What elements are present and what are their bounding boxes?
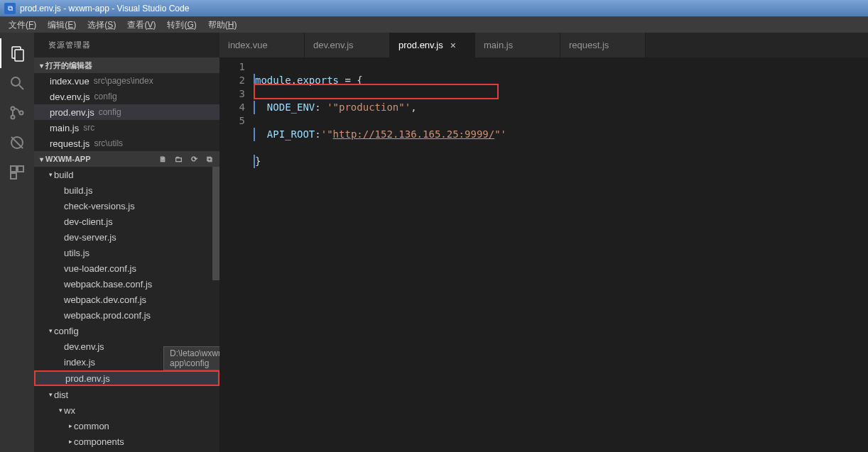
open-editors-header[interactable]: ▾ 打开的编辑器 (34, 57, 219, 73)
menu-s[interactable]: 选择(S) (82, 18, 121, 33)
menu-v[interactable]: 查看(V) (121, 18, 161, 33)
chevron-icon: ▾ (47, 391, 54, 398)
code-url[interactable]: http://152.136.165.25:9999/ (333, 128, 495, 140)
code-content[interactable]: module.exports = { NODE_ENV: '"productio… (255, 57, 868, 452)
code-token: = { (339, 75, 363, 86)
open-editor-item[interactable]: index.vuesrc\pages\index (34, 73, 219, 89)
tree-folder[interactable]: ▾build (34, 167, 219, 182)
code-token: NODE_ENV (255, 101, 315, 113)
tree-folder[interactable]: ▾config (34, 323, 219, 338)
tree-folder[interactable]: ▸pages (34, 449, 219, 452)
tree-file[interactable]: dev-client.js (34, 214, 219, 229)
explorer-icon[interactable] (0, 38, 34, 68)
editor-area: index.vuedev.env.jsprod.env.js×main.jsre… (219, 33, 868, 452)
menu-e[interactable]: 编辑(E) (42, 18, 82, 33)
editor-tab[interactable]: index.vue (219, 33, 305, 57)
code-token: . (291, 75, 297, 86)
sidebar-title: 资源管理器 (34, 33, 219, 57)
tree-file[interactable]: build.js (34, 182, 219, 198)
tree-file[interactable]: webpack.dev.conf.js (34, 292, 219, 307)
svg-line-3 (19, 85, 23, 89)
file-tree: ▾buildbuild.jscheck-versions.jsdev-clien… (34, 167, 219, 452)
debug-icon[interactable] (0, 128, 34, 158)
project-name: WXWM-APP (45, 155, 91, 163)
chevron-icon: ▾ (47, 171, 54, 178)
open-editor-item[interactable]: main.jssrc (34, 120, 219, 136)
chevron-down-icon: ▾ (37, 62, 45, 70)
open-editor-item[interactable]: request.jssrc\utils (34, 136, 219, 151)
tree-file[interactable]: dev-server.js (34, 229, 219, 245)
code-token: : (315, 101, 327, 113)
code-token: module (255, 75, 291, 86)
open-editors-label: 打开的编辑器 (45, 60, 92, 71)
code-token: '"production"' (327, 101, 411, 113)
line-number: 5 (219, 114, 245, 128)
menu-h[interactable]: 帮助(H) (202, 18, 243, 33)
tree-file[interactable]: vue-loader.conf.js (34, 260, 219, 276)
line-gutter: 12345 (219, 57, 255, 452)
collapse-icon[interactable]: ⧉ (202, 155, 217, 164)
menubar: 文件(F)编辑(E)选择(S)查看(V)转到(G)帮助(H) (0, 17, 868, 33)
code-editor[interactable]: 12345 module.exports = { NODE_ENV: '"pro… (219, 57, 868, 452)
chevron-icon: ▾ (47, 327, 54, 334)
tree-folder[interactable]: ▸components (34, 434, 219, 449)
search-icon[interactable] (0, 68, 34, 98)
tree-file[interactable]: webpack.prod.conf.js (34, 307, 219, 323)
svg-point-5 (11, 116, 15, 119)
scrollbar[interactable] (212, 167, 219, 280)
tree-folder[interactable]: ▸common (34, 418, 219, 434)
tree-file[interactable]: prod.env.js (34, 370, 219, 386)
chevron-icon: ▾ (57, 407, 64, 414)
tree-file[interactable]: webpack.base.conf.js (34, 276, 219, 292)
code-token: API_ROOT (255, 128, 315, 140)
menu-f[interactable]: 文件(F) (3, 18, 42, 33)
editor-tab[interactable]: dev.env.js (305, 33, 390, 57)
code-token: "' (494, 128, 506, 140)
line-number: 4 (219, 101, 245, 114)
svg-rect-1 (15, 50, 23, 61)
editor-tab[interactable]: prod.env.js× (390, 33, 475, 57)
tree-folder[interactable]: ▾wx (34, 402, 219, 418)
code-token: , (411, 101, 416, 113)
tree-file[interactable]: check-versions.js (34, 198, 219, 214)
project-header[interactable]: ▾ WXWM-APP 🗎 🗀 ⟳ ⧉ (34, 151, 219, 167)
editor-tabs: index.vuedev.env.jsprod.env.js×main.jsre… (219, 33, 868, 57)
vscode-icon: ⧉ (4, 3, 16, 14)
svg-rect-10 (18, 166, 23, 172)
close-icon[interactable]: × (450, 40, 456, 51)
source-control-icon[interactable] (0, 98, 34, 128)
svg-rect-9 (11, 166, 16, 172)
editor-tab[interactable]: request.js (560, 33, 646, 57)
tree-file[interactable]: dev.env.js (34, 338, 219, 354)
activity-bar (0, 33, 34, 452)
line-number: 3 (219, 87, 245, 101)
window-title: prod.env.js - wxwm-app - Visual Studio C… (20, 4, 189, 13)
chevron-icon: ▸ (67, 438, 74, 445)
new-folder-icon[interactable]: 🗀 (171, 155, 185, 164)
code-token: } (255, 155, 261, 167)
new-file-icon[interactable]: 🗎 (156, 155, 170, 164)
tree-file[interactable]: utils.js (34, 245, 219, 260)
chevron-icon: ▸ (67, 422, 74, 429)
code-token: : (315, 128, 320, 140)
explorer-sidebar: 资源管理器 ▾ 打开的编辑器 index.vuesrc\pages\indexd… (34, 33, 219, 452)
menu-g[interactable]: 转到(G) (161, 18, 202, 33)
tree-file[interactable]: index.js (34, 354, 219, 370)
chevron-down-icon: ▾ (37, 155, 45, 163)
window-titlebar: ⧉ prod.env.js - wxwm-app - Visual Studio… (0, 0, 868, 17)
code-token: '" (321, 128, 333, 140)
svg-point-6 (20, 111, 23, 115)
extensions-icon[interactable] (0, 158, 34, 187)
open-editor-item[interactable]: dev.env.jsconfig (34, 89, 219, 104)
line-number: 1 (219, 60, 245, 74)
svg-point-4 (11, 107, 15, 111)
code-token: exports (297, 75, 339, 86)
line-number: 2 (219, 74, 245, 87)
open-editor-item[interactable]: prod.env.jsconfig (34, 104, 219, 120)
refresh-icon[interactable]: ⟳ (187, 155, 201, 164)
tree-folder[interactable]: ▾dist (34, 387, 219, 402)
svg-point-2 (11, 77, 20, 86)
editor-tab[interactable]: main.js (475, 33, 560, 57)
svg-rect-11 (11, 173, 16, 179)
